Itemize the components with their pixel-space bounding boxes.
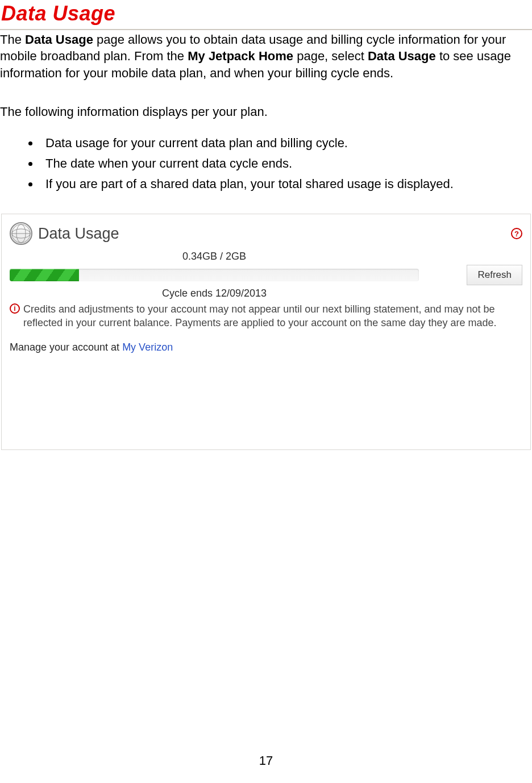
help-icon[interactable]: ? — [511, 228, 522, 239]
title-divider — [0, 29, 532, 30]
list-item: Data usage for your current data plan an… — [40, 135, 532, 152]
my-verizon-link[interactable]: My Verizon — [122, 341, 173, 353]
list-item: If you are part of a shared data plan, y… — [40, 176, 532, 193]
bullet-list: Data usage for your current data plan an… — [40, 135, 532, 192]
usage-progress-fill — [10, 269, 79, 281]
panel-title: Data Usage — [38, 223, 119, 244]
globe-icon — [10, 222, 32, 245]
refresh-button[interactable]: Refresh — [467, 265, 522, 285]
subhead-text: The following information displays per y… — [0, 103, 532, 120]
manage-account-text: Manage your account at My Verizon — [10, 340, 522, 354]
panel-header: Data Usage ? — [10, 222, 522, 245]
manage-prefix: Manage your account at — [10, 341, 122, 353]
cycle-end-label: Cycle ends 12/09/2013 — [10, 286, 419, 300]
data-usage-panel: Data Usage ? 0.34GB / 2GB Refresh Cycle … — [1, 214, 531, 450]
info-icon: i — [10, 303, 20, 314]
notice-row: i Credits and adjustments to your accoun… — [10, 302, 522, 330]
usage-row: Refresh — [10, 265, 522, 285]
page-number: 17 — [0, 752, 532, 769]
usage-amount-label: 0.34GB / 2GB — [10, 249, 419, 263]
intro-paragraph: The Data Usage page allows you to obtain… — [0, 31, 532, 82]
notice-text: Credits and adjustments to your account … — [23, 302, 522, 330]
usage-progress-bar — [10, 269, 419, 281]
page-title: Data Usage — [1, 0, 532, 28]
list-item: The date when your current data cycle en… — [40, 155, 532, 172]
